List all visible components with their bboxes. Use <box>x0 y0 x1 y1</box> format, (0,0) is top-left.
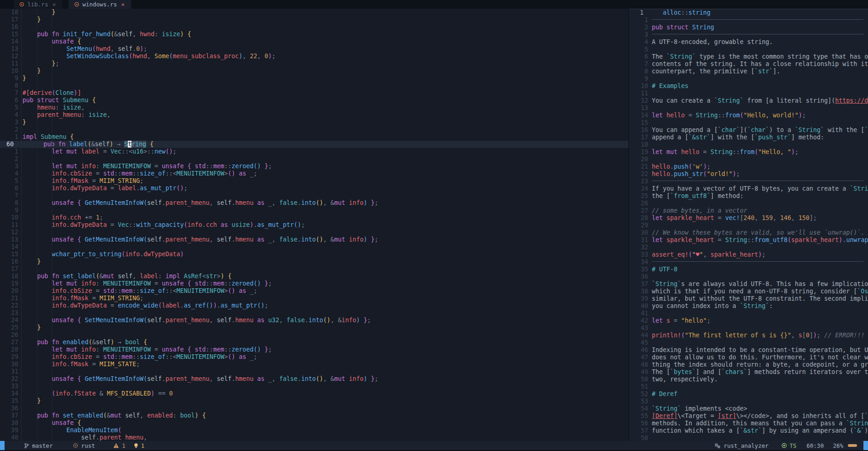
code-line[interactable]: 4 parent_hmenu: isize, <box>0 111 628 119</box>
code-line[interactable]: 32 unsafe { GetMenuItemInfoW(self.parent… <box>0 375 628 383</box>
code-line[interactable]: 47does not allow us to do this. Furtherm… <box>629 354 868 361</box>
code-line[interactable]: 6 info.dwTypeData = label.as_mut_ptr(); <box>0 185 628 192</box>
code-line[interactable]: 2 <box>0 155 628 163</box>
code-line[interactable]: 34 <box>629 258 868 266</box>
code-line[interactable]: 49The [`bytes`] and [`chars`] methods re… <box>629 368 868 376</box>
code-line[interactable]: 30// We know these bytes are valid, so w… <box>629 229 868 236</box>
code-line[interactable]: 43 <box>629 324 868 332</box>
code-line[interactable]: 24If you have a vector of UTF-8 bytes, y… <box>629 185 868 192</box>
code-line[interactable]: 8 unsafe { GetMenuItemInfoW(self.parent_… <box>0 199 628 207</box>
code-line[interactable]: 37 pub fn set_enabled(&mut self, enabled… <box>0 412 628 419</box>
code-line[interactable]: 50two, respectively. <box>629 376 868 383</box>
code-line[interactable]: 6pub struct Submenu { <box>0 97 628 104</box>
close-icon[interactable]: × <box>51 1 57 8</box>
code-line[interactable]: 17 <box>0 265 628 273</box>
code-line[interactable]: 10 info.cch += 1; <box>0 214 628 221</box>
code-line[interactable]: 36 <box>629 273 868 280</box>
code-line[interactable]: 40you cannot index into a `String`: <box>629 302 868 310</box>
code-line[interactable]: 46Indexing is intended to be a constant-… <box>629 346 868 354</box>
code-line[interactable]: 30 info.fMask = MIIM_STATE; <box>0 361 628 368</box>
code-line[interactable]: 60 pub fn label(&self) → String { <box>0 141 628 148</box>
code-line[interactable]: 2 <box>0 126 628 133</box>
code-line[interactable]: 14 <box>0 243 628 251</box>
code-line[interactable]: 29 <box>629 222 868 229</box>
code-line[interactable]: 22hello.push_str("orld!"); <box>629 170 868 178</box>
code-line[interactable]: 52# Deref <box>629 390 868 398</box>
code-line[interactable]: 58 <box>629 434 868 441</box>
code-line[interactable]: 26 <box>0 331 628 339</box>
toolchain-segment[interactable]: rust <box>73 442 95 449</box>
code-editor-pane[interactable]: 18 }17 }1615 pub fn init_for_hwnd(&self,… <box>0 9 628 441</box>
code-line[interactable]: 1 <box>629 16 868 24</box>
code-line[interactable]: 56methods. In addition, this means that … <box>629 420 868 427</box>
code-line[interactable]: 48thing the index should return: a byte,… <box>629 361 868 368</box>
code-line[interactable]: 3 <box>629 31 868 38</box>
code-line[interactable]: 55[Deref]\<Target = [str]\></code>, and … <box>629 412 868 420</box>
code-line[interactable]: 14 unsafe { <box>0 38 628 45</box>
code-line[interactable]: 4 info.cbSize = std::mem::size_of::<MENU… <box>0 170 628 177</box>
code-line[interactable]: 6The `String` type is the most common st… <box>629 53 868 60</box>
code-line[interactable]: 25the [`from_utf8`] method: <box>629 192 868 200</box>
code-line[interactable]: 37`String`s are always valid UTF-8. This… <box>629 280 868 288</box>
code-line[interactable]: 7 <box>0 192 628 199</box>
code-line[interactable]: 29 info.cbSize = std::mem::size_of::<MEN… <box>0 353 628 361</box>
code-line[interactable]: 53 <box>629 398 868 405</box>
code-line[interactable]: 1 let mut label = Vec::<u16>::new(); <box>0 148 628 155</box>
code-line[interactable]: 33 <box>0 383 628 390</box>
code-line[interactable]: 16You can append a [`char`](`char`) to a… <box>629 126 868 134</box>
code-line[interactable]: 28 let mut info: MENUITEMINFOW = unsafe … <box>0 346 628 353</box>
docs-pane[interactable]: 1alloc::string12pub struct String34A UTF… <box>628 9 868 441</box>
code-line[interactable]: 31let sparkle_heart = String::from_utf8(… <box>629 236 868 244</box>
code-line[interactable]: 16 } <box>0 258 628 265</box>
code-line[interactable]: 19let mut hello = String::from("Hello, "… <box>629 148 868 156</box>
code-line[interactable]: 5 hmenu: isize, <box>0 104 628 111</box>
code-line[interactable]: 51 <box>629 383 868 390</box>
code-line[interactable]: 9 <box>629 75 868 82</box>
code-line[interactable]: 45 <box>629 339 868 346</box>
tab-windowsrs[interactable]: windows.rs × <box>69 0 131 9</box>
code-line[interactable]: 25 } <box>0 324 628 331</box>
code-line[interactable]: 39similar, but without the UTF-8 constra… <box>629 295 868 302</box>
code-line[interactable]: 38 unsafe { <box>0 419 628 427</box>
code-line[interactable]: 31 <box>0 368 628 375</box>
code-line[interactable]: 28let sparkle_heart = vec![240, 159, 146… <box>629 214 868 222</box>
code-line[interactable]: 18 <box>629 141 868 148</box>
diagnostics-segment[interactable]: 1 1 <box>113 442 144 449</box>
code-line[interactable]: 11 }; <box>0 60 628 67</box>
code-line[interactable]: 23 <box>0 309 628 317</box>
code-line[interactable]: 15 pub fn init_for_hwnd(&self, hwnd: isi… <box>0 31 628 38</box>
code-line[interactable]: 5 info.fMask = MIIM_STRING; <box>0 177 628 185</box>
code-line[interactable]: 12 <box>0 229 628 236</box>
code-line[interactable]: 32 <box>629 244 868 251</box>
code-line[interactable]: 15 <box>629 119 868 126</box>
code-line[interactable]: 40 self.parent_hmenu, <box>0 434 628 441</box>
code-line[interactable]: 23 <box>629 178 868 185</box>
code-line[interactable]: 1impl Submenu { <box>0 133 628 141</box>
code-line[interactable]: 44println!("The first letter of s is {}"… <box>629 332 868 339</box>
code-line[interactable]: 7#[derive(Clone)] <box>0 89 628 97</box>
code-line[interactable]: 11 <box>629 90 868 97</box>
code-line[interactable]: 13 <box>629 104 868 112</box>
code-line[interactable]: 35# UTF-8 <box>629 266 868 273</box>
code-line[interactable]: 8 <box>0 82 628 89</box>
code-line[interactable]: 22 info.dwTypeData = encode_wide(label.a… <box>0 302 628 309</box>
code-line[interactable]: 4A UTF-8-encoded, growable string. <box>629 38 868 46</box>
code-line[interactable]: 38which is that if you need a non-UTF-8 … <box>629 288 868 295</box>
code-line[interactable]: 5 <box>629 46 868 53</box>
code-line[interactable]: 9} <box>0 75 628 82</box>
code-line[interactable]: 9 <box>0 207 628 214</box>
code-line[interactable]: 16 <box>0 23 628 31</box>
code-line[interactable]: 21 info.fMask = MIIM_STRING; <box>0 295 628 302</box>
code-line[interactable]: 20 info.cbSize = std::mem::size_of::<MEN… <box>0 287 628 295</box>
code-line[interactable]: 57function which takes a [`&str`] by usi… <box>629 427 868 434</box>
git-branch-segment[interactable]: master <box>24 442 53 449</box>
tab-librs[interactable]: lib.rs × <box>14 0 62 9</box>
code-line[interactable]: 39 EnableMenuItem( <box>0 427 628 434</box>
code-line[interactable]: 34 (info.fState & MFS_DISABLED) == 0 <box>0 390 628 397</box>
code-line[interactable]: 33assert_eq!("♥", sparkle_heart); <box>629 251 868 258</box>
code-line[interactable]: 35 } <box>0 397 628 405</box>
code-line[interactable]: 20 <box>629 156 868 163</box>
code-line[interactable]: 12 SetWindowSubclass(hwnd, Some(menu_sub… <box>0 53 628 60</box>
code-line[interactable]: 3} <box>0 119 628 126</box>
code-line[interactable]: 26 <box>629 200 868 207</box>
